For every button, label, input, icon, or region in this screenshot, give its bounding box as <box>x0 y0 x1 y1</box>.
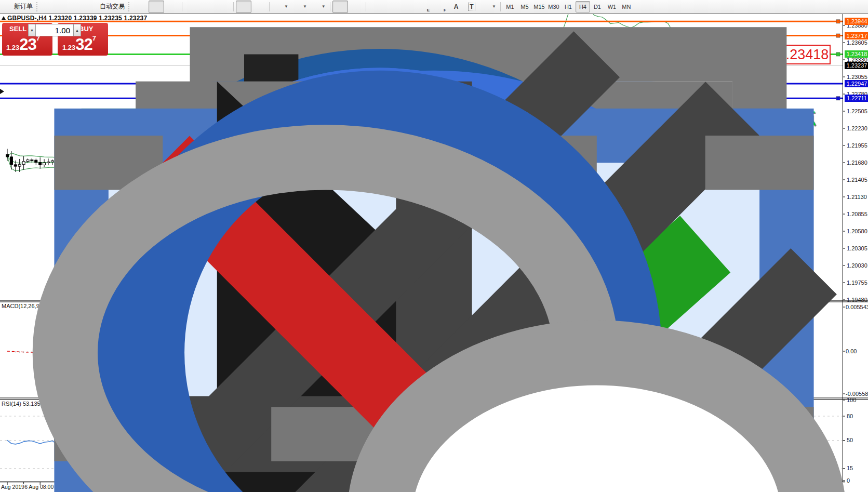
mt4-window: 新订单 自动交易 <box>0 0 868 492</box>
toolbar: 新订单 自动交易 <box>0 0 868 14</box>
chat-bubbles-icon <box>789 3 797 11</box>
community-chat-button[interactable] <box>785 1 800 13</box>
toolbar-right-group <box>769 1 800 13</box>
